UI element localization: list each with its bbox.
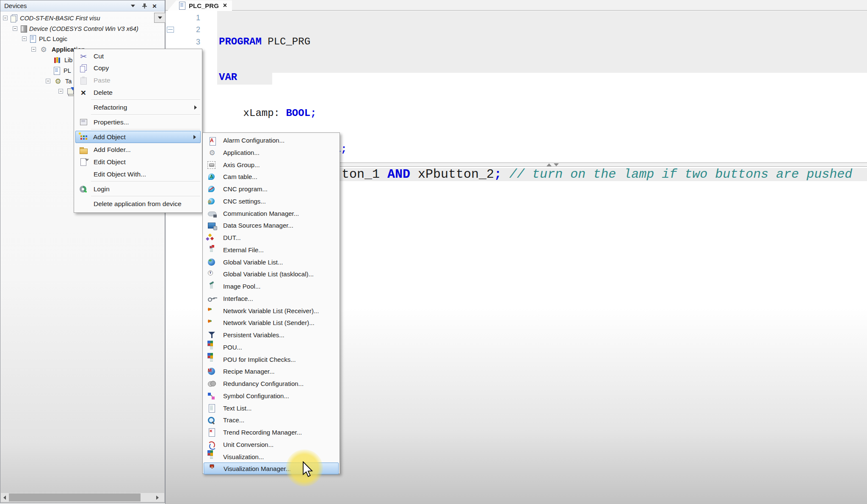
menu-item-login[interactable]: Login (75, 183, 201, 195)
menu-item-add-object[interactable]: Add Object (75, 131, 201, 143)
device-icon (19, 25, 28, 33)
add-object-icon (78, 132, 88, 142)
menu-item-copy[interactable]: Copy (75, 62, 201, 74)
delete-icon: × (78, 88, 88, 97)
menu-item-add-folder[interactable]: Add Folder... (75, 143, 201, 156)
add-object-submenu: Alarm Configuration... ⚙ Application... … (202, 132, 340, 474)
submenu-item-application[interactable]: ⚙ Application... (204, 146, 339, 159)
visualization-manager-icon (207, 464, 218, 473)
submenu-item-redundancy-configuration[interactable]: Redundancy Configuration... (204, 377, 339, 390)
submenu-item-recipe-manager[interactable]: Recipe Manager... (204, 365, 339, 377)
tab-close-icon[interactable]: × (223, 2, 227, 9)
menu-item-cut[interactable]: ✂ Cut (75, 50, 201, 62)
redundancy-configuration-icon (207, 379, 217, 388)
mouse-cursor (302, 461, 313, 477)
submenu-item-text-list[interactable]: Text List... (204, 402, 339, 414)
submenu-item-cnc-program[interactable]: CNC program... (204, 183, 339, 195)
code-line: xLamp: BOOL; (219, 107, 347, 119)
menu-item-properties[interactable]: Properties... (75, 116, 201, 128)
dut-icon (207, 233, 217, 242)
line-number-gutter: 1 2 3 (178, 12, 200, 48)
tab-label: PLC_PRG (189, 2, 219, 9)
close-icon[interactable]: × (151, 3, 158, 9)
global-variable-list-tasklocal-icon (207, 270, 217, 279)
cam-table-icon (207, 172, 217, 182)
network-variable-list-receiver-icon (207, 306, 217, 316)
submenu-item-dut[interactable]: DUT... (204, 231, 339, 244)
cnc-program-icon (207, 185, 217, 194)
menu-item-edit-object-with[interactable]: Edit Object With... (75, 168, 201, 180)
copy-icon (78, 63, 88, 73)
data-sources-manager-icon (207, 221, 217, 230)
submenu-item-pou-for-implicit-checks[interactable]: POU for Implicit Checks... (204, 353, 339, 366)
image-pool-icon (207, 282, 217, 291)
splitter-grip-icon[interactable] (547, 163, 559, 166)
submenu-item-trace[interactable]: Trace... (204, 414, 339, 426)
submenu-item-interface[interactable]: Interface... (204, 292, 339, 305)
scroll-left-icon[interactable] (1, 493, 8, 501)
submenu-item-global-variable-list-tasklocal[interactable]: Global Variable List (tasklocal)... (204, 268, 339, 280)
line-number: 3 (178, 36, 200, 48)
tree-row-plc-prg[interactable]: PL (0, 66, 9, 75)
tree-label: PLC Logic (39, 36, 67, 42)
submenu-item-axis-group[interactable]: Axis Group... (204, 159, 339, 171)
submenu-item-image-pool[interactable]: Image Pool... (204, 280, 339, 292)
task-configuration-icon: ⚙ (54, 77, 62, 85)
alarm-configuration-icon (207, 136, 217, 145)
document-icon (178, 1, 186, 10)
devices-panel-header: Devices (0, 0, 165, 11)
implementation-code[interactable]: ton_1 AND xPbutton_2; // turn on the lam… (342, 168, 852, 181)
submenu-item-pou[interactable]: POU... (204, 341, 339, 353)
menu-item-paste[interactable]: Paste (75, 74, 201, 86)
symbol-configuration-icon (207, 391, 217, 401)
submenu-item-trend-recording-manager[interactable]: Trend Recording Manager... (204, 426, 339, 438)
submenu-item-communication-manager[interactable]: Communication Manager... (204, 207, 339, 220)
panel-dropdown-icon[interactable] (129, 3, 137, 9)
communication-manager-icon (207, 209, 217, 218)
interface-icon (207, 294, 217, 303)
tab-plc-prg[interactable]: PLC_PRG × (168, 0, 232, 11)
pin-icon[interactable] (141, 3, 148, 9)
submenu-item-data-sources-manager[interactable]: Data Sources Manager... (204, 219, 339, 231)
line-number: 1 (178, 12, 200, 24)
collapse-icon[interactable] (31, 47, 36, 52)
submenu-item-symbol-configuration[interactable]: Symbol Configuration... (204, 390, 339, 402)
persistent-variables-icon (207, 330, 217, 340)
trend-recording-manager-icon (207, 428, 217, 437)
submenu-item-cam-table[interactable]: Cam table... (204, 171, 339, 183)
application-icon: ⚙ (207, 148, 217, 157)
collapse-icon[interactable] (58, 89, 63, 94)
code-fold-icon[interactable] (167, 27, 174, 33)
submenu-item-unit-conversion[interactable]: Unit Conversion... (204, 438, 339, 451)
menu-item-delete[interactable]: × Delete (75, 86, 201, 99)
code-line: PROGRAM PLC_PRG (219, 36, 347, 48)
text-list-icon (207, 404, 217, 413)
scroll-right-icon[interactable] (154, 493, 161, 501)
submenu-item-persistent-variables[interactable]: Persistent Variables... (204, 329, 339, 341)
horizontal-scrollbar[interactable] (1, 493, 164, 502)
project-icon (10, 14, 18, 22)
submenu-item-cnc-settings[interactable]: CNC settings... (204, 195, 339, 207)
trace-icon (207, 416, 217, 425)
editor-tab-bar: PLC_PRG × (166, 0, 867, 11)
application-gear-icon: ⚙ (39, 45, 48, 54)
collapse-icon[interactable] (3, 16, 8, 20)
scrollbar-thumb[interactable] (9, 493, 141, 501)
submenu-item-network-variable-list-receiver[interactable]: Network Variable List (Receiver)... (204, 305, 339, 317)
submenu-item-network-variable-list-sender[interactable]: Network Variable List (Sender)... (204, 317, 339, 329)
menu-item-refactoring[interactable]: Refactoring (75, 101, 201, 113)
collapse-icon[interactable] (22, 36, 27, 41)
menu-item-edit-object[interactable]: Edit Object (75, 156, 201, 168)
submenu-item-global-variable-list[interactable]: Global Variable List... (204, 256, 339, 268)
device-combo-dropdown[interactable] (154, 13, 166, 23)
paste-icon (78, 76, 88, 85)
menu-item-delete-application-from-device[interactable]: Delete application from device (75, 198, 201, 210)
submenu-item-alarm-configuration[interactable]: Alarm Configuration... (204, 134, 339, 146)
submenu-item-external-file[interactable]: External File... (204, 244, 339, 256)
add-folder-icon (78, 145, 88, 154)
cut-icon: ✂ (78, 52, 88, 61)
collapse-icon[interactable] (13, 26, 17, 31)
context-menu: ✂ Cut Copy Paste × Delete Refactoring Pr… (74, 49, 202, 213)
collapse-icon[interactable] (46, 79, 50, 83)
menu-separator (91, 181, 200, 182)
